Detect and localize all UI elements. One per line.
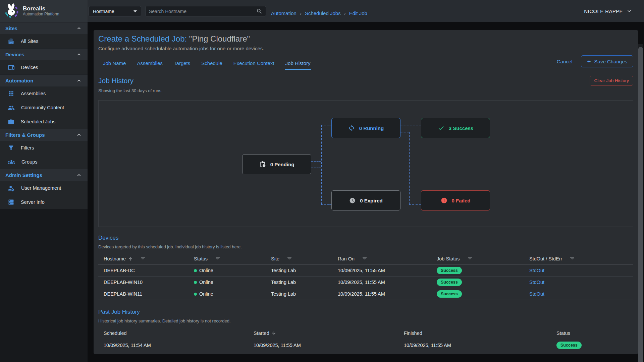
search-box (145, 6, 266, 16)
sidebar-item-groups[interactable]: Groups (0, 155, 88, 169)
column-header-status[interactable]: Status (551, 330, 633, 336)
sidebar-item-server-info[interactable]: Server Info (0, 195, 88, 209)
table-row[interactable]: DEEPLAB-DC Online Testing Lab 10/09/2025… (98, 265, 633, 277)
flow-pending-label: 0 Pending (270, 162, 294, 167)
filter-icon[interactable] (362, 256, 367, 261)
brand-logo-block[interactable]: Borealis Automation Platform (0, 0, 88, 22)
tab-list: Job Name Assemblies Targets Schedule Exe… (103, 57, 311, 70)
tabs-row: Job Name Assemblies Targets Schedule Exe… (98, 55, 633, 70)
flow-box-success[interactable]: 3 Success (421, 118, 490, 138)
online-dot-icon (194, 269, 197, 272)
ran-on-cell: 10/09/2025, 11:55 AM (332, 280, 431, 285)
breadcrumb-automation[interactable]: Automation (271, 10, 297, 16)
connector-right-vertical (409, 132, 410, 204)
search-input[interactable] (146, 9, 256, 14)
job-status-cell: Success (431, 267, 524, 274)
sidebar-item-scheduled-jobs[interactable]: Scheduled Jobs (0, 115, 88, 129)
save-changes-button[interactable]: + Save Changes (581, 55, 633, 67)
online-dot-icon (194, 281, 197, 284)
filter-icon[interactable] (467, 256, 473, 261)
table-row[interactable]: DEEPLAB-WIN10 Online Testing Lab 10/09/2… (98, 277, 633, 288)
sidebar-item-community-content[interactable]: Community Content (0, 101, 88, 115)
main-content-area: Create a Scheduled Job: "Ping Cloudflare… (88, 22, 644, 362)
flow-box-running[interactable]: 0 Running (331, 118, 400, 138)
chevron-up-icon (76, 132, 82, 138)
sidebar-section-sites[interactable]: Sites (0, 22, 88, 34)
flow-box-expired[interactable]: 0 Expired (331, 190, 400, 210)
groups-icon (8, 158, 15, 166)
sidebar-item-filters[interactable]: Filters (0, 141, 88, 155)
stdout-link[interactable]: StdOut (529, 291, 544, 297)
column-header-started[interactable]: Started (248, 330, 398, 336)
top-bar: Borealis Automation Platform Hostname Au… (0, 0, 644, 22)
plus-icon: + (587, 58, 591, 65)
sidebar-item-devices[interactable]: Devices (0, 60, 88, 74)
connector-running-lower-stub (400, 132, 409, 132)
hostname-select[interactable]: Hostname (89, 6, 141, 16)
tab-job-name[interactable]: Job Name (103, 57, 126, 70)
filter-icon[interactable] (140, 256, 146, 261)
stdout-link[interactable]: StdOut (529, 268, 544, 273)
sidebar-section-filters-groups[interactable]: Filters & Groups (0, 129, 88, 141)
site-cell: Testing Lab (266, 280, 332, 285)
tab-execution-context[interactable]: Execution Context (233, 57, 275, 70)
flow-box-pending[interactable]: 0 Pending (242, 154, 311, 174)
filter-icon[interactable] (215, 256, 220, 261)
clear-job-history-button[interactable]: Clear Job History (590, 76, 633, 85)
borealis-rabbit-logo-icon (3, 3, 19, 19)
past-table-header: Scheduled Started Finished Status (98, 327, 633, 339)
briefcase-icon (8, 118, 14, 125)
column-header-job-status[interactable]: Job Status (431, 256, 524, 261)
tab-job-history[interactable]: Job History (285, 57, 311, 70)
sort-up-icon[interactable] (128, 256, 133, 261)
grid-icon (8, 90, 14, 97)
status-cell: Online (189, 268, 266, 273)
devices-description: Devices targeted by this scheduled job. … (98, 244, 633, 249)
filter-icon[interactable] (570, 256, 575, 261)
status-badge: Success (437, 279, 462, 286)
column-header-stdout-stderr[interactable]: StdOut / StdErr (524, 256, 633, 261)
user-name: NICOLE RAPPE (584, 8, 623, 14)
building-icon (8, 38, 14, 45)
chevron-up-icon (76, 77, 82, 84)
chevron-right-icon: › (300, 10, 302, 16)
tab-schedule[interactable]: Schedule (201, 57, 223, 70)
section-label: Devices (5, 52, 24, 57)
table-row[interactable]: 10/09/2025, 11:54 AM 10/09/2025, 11:55 A… (98, 339, 633, 351)
column-header-hostname[interactable]: Hostname (98, 256, 189, 261)
column-header-ran-on[interactable]: Ran On (332, 256, 431, 261)
tab-assemblies[interactable]: Assemblies (137, 57, 163, 70)
breadcrumb-edit-job[interactable]: Edit Job (349, 10, 367, 16)
job-state-flow-diagram: 0 Pending 0 Running 3 Success 0 Expired (98, 100, 633, 227)
sidebar-section-automation[interactable]: Automation (0, 74, 88, 86)
sidebar-section-admin-settings[interactable]: Admin Settings (0, 169, 88, 181)
column-header-finished[interactable]: Finished (398, 330, 551, 336)
server-icon (8, 199, 14, 205)
scrollbar-thumb[interactable] (638, 47, 643, 362)
stdout-link[interactable]: StdOut (529, 280, 544, 285)
section-label: Admin Settings (5, 172, 42, 178)
status-cell: Online (189, 280, 266, 285)
sidebar-item-assemblies[interactable]: Assemblies (0, 86, 88, 101)
connector-running-to-success (400, 125, 421, 125)
tab-targets[interactable]: Targets (173, 57, 191, 70)
sidebar-item-all-sites[interactable]: All Sites (0, 34, 88, 48)
save-changes-label: Save Changes (594, 59, 627, 64)
flow-box-failed[interactable]: 0 Failed (421, 190, 490, 210)
site-cell: Testing Lab (266, 291, 332, 297)
table-row[interactable]: DEEPLAB-WIN11 Online Testing Lab 10/09/2… (98, 288, 633, 300)
column-header-status[interactable]: Status (189, 256, 266, 261)
sort-down-icon[interactable] (271, 330, 276, 336)
vertical-scrollbar[interactable] (638, 44, 643, 362)
sidebar-item-user-management[interactable]: User Management (0, 181, 88, 195)
search-icon[interactable] (256, 8, 263, 14)
column-header-site[interactable]: Site (266, 256, 332, 261)
sidebar-section-devices[interactable]: Devices (0, 48, 88, 60)
user-menu[interactable]: NICOLE RAPPE (584, 0, 633, 22)
breadcrumb-scheduled-jobs[interactable]: Scheduled Jobs (305, 10, 341, 16)
filter-icon[interactable] (287, 256, 292, 261)
column-header-scheduled[interactable]: Scheduled (98, 330, 248, 336)
edit-job-panel: Create a Scheduled Job: "Ping Cloudflare… (94, 30, 638, 354)
cancel-button[interactable]: Cancel (557, 59, 573, 64)
page-title-job-name: "Ping Cloudflare" (187, 34, 250, 43)
